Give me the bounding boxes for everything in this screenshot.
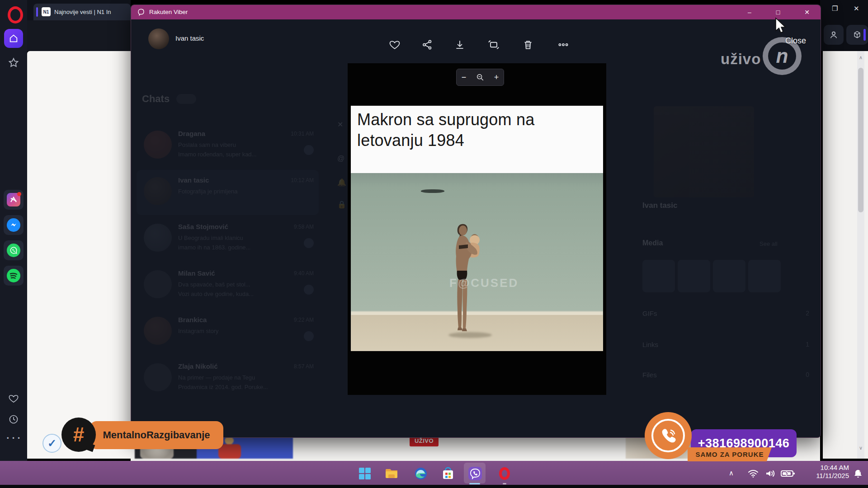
unread-badge xyxy=(304,238,314,248)
image-watermark: F@CUSED xyxy=(449,276,519,290)
tray-chevron-icon[interactable]: ∧ xyxy=(729,469,734,477)
speaker-icon[interactable] xyxy=(764,468,777,479)
at-icon: @ xyxy=(337,155,344,163)
contact-photo xyxy=(654,106,754,197)
sender-name: Ivan tasic xyxy=(175,34,204,42)
avatar xyxy=(144,177,172,205)
media-thumbnail[interactable] xyxy=(642,260,675,292)
windows-taskbar xyxy=(0,461,868,488)
tray-clock[interactable]: 10:44 AM 11/11/2025 xyxy=(800,464,849,480)
see-all-link[interactable]: See all xyxy=(760,240,778,247)
checkmark-logo: ✓ xyxy=(42,434,61,453)
spotify-icon[interactable] xyxy=(4,266,24,286)
hashtag-icon: # xyxy=(61,418,96,452)
opera-icon[interactable] xyxy=(495,465,514,483)
chat-list-item-selected[interactable]: Ivan tasic Fotografija je primljena 10:1… xyxy=(137,170,319,215)
files-row[interactable]: Files xyxy=(642,371,657,379)
media-app-icon[interactable] xyxy=(4,190,24,210)
notification-bell-icon[interactable]: z xyxy=(852,468,864,480)
image-caption-line1: Makron sa suprugom na xyxy=(357,109,534,130)
star-icon[interactable] xyxy=(6,56,21,70)
unread-badge xyxy=(304,145,314,155)
contact-name: Ivan tasic xyxy=(642,201,678,210)
unread-badge xyxy=(304,331,314,341)
messages-only-banner: SAMO ZA PORUKE xyxy=(688,447,772,461)
scrollbar-thumb[interactable] xyxy=(858,68,863,212)
links-row[interactable]: Links xyxy=(642,341,658,348)
chat-list-item[interactable]: Dragana Poslala sam na viberu Imamo rođe… xyxy=(137,123,319,169)
uzivo-watermark: uživo xyxy=(721,51,761,68)
viber-app-icon xyxy=(137,8,146,17)
more-icon[interactable] xyxy=(557,38,570,52)
browser-page-left xyxy=(27,51,131,459)
n1-favicon: N1 xyxy=(42,7,51,16)
profile-icon[interactable] xyxy=(824,25,844,45)
tab-n1-info[interactable]: N1 Najnovije vesti | N1 In xyxy=(33,4,131,20)
avatar xyxy=(144,131,172,159)
image-caption-line2: letovanju 1984 xyxy=(357,130,464,151)
mouse-cursor xyxy=(774,17,787,37)
messenger-icon[interactable] xyxy=(4,215,24,235)
beach-photo: F@CUSED xyxy=(351,173,603,351)
viber-icon[interactable] xyxy=(466,465,484,483)
edge-icon[interactable] xyxy=(412,465,430,483)
browser-tab-strip: N1 Najnovije vesti | N1 In xyxy=(27,0,131,20)
explorer-icon[interactable] xyxy=(382,465,401,483)
gifs-row[interactable]: GIFs xyxy=(642,310,657,317)
tray-date: 11/11/2025 xyxy=(800,472,849,480)
extensions-cube-icon[interactable] xyxy=(846,25,868,45)
zoom-in-button[interactable]: + xyxy=(494,73,499,82)
rotate-icon[interactable] xyxy=(487,38,500,52)
window-close-icon[interactable]: ✕ xyxy=(854,5,859,13)
screen: • • • N1 Najnovije vesti | N1 In ‹ › ↻ i… xyxy=(0,0,868,488)
store-icon[interactable] xyxy=(439,465,457,483)
viber-titlebar[interactable]: Rakuten Viber – □ ✕ xyxy=(131,5,821,19)
opera-logo-icon[interactable] xyxy=(8,6,23,23)
start-icon[interactable] xyxy=(356,465,374,483)
battery-icon[interactable] xyxy=(780,469,796,478)
heart-icon[interactable] xyxy=(7,392,20,405)
viber-active-indicator xyxy=(469,483,480,484)
sender-avatar[interactable] xyxy=(148,28,169,49)
ellipsis-icon[interactable]: • • • xyxy=(7,435,21,441)
opera-sidebar: • • • xyxy=(0,0,27,461)
media-thumbnail[interactable] xyxy=(748,260,781,292)
media-thumbnail[interactable] xyxy=(713,260,745,292)
close-button[interactable]: ✕ xyxy=(797,5,817,19)
like-heart-icon[interactable] xyxy=(388,38,401,52)
download-icon[interactable] xyxy=(453,38,467,52)
unread-badge xyxy=(304,285,314,295)
close-tooltip: Close xyxy=(785,36,806,46)
avatar xyxy=(144,224,172,252)
tray-time: 10:44 AM xyxy=(800,464,849,472)
chats-header: Chats xyxy=(142,93,170,105)
media-section-label: Media xyxy=(642,239,663,247)
chat-list-item[interactable]: Saša Stojmović U Beogradu imali klanicu … xyxy=(137,216,319,262)
trash-icon[interactable] xyxy=(521,38,535,52)
viewed-image[interactable]: Makron sa suprugom na letovanju 1984 xyxy=(351,106,603,351)
minimize-button[interactable]: – xyxy=(739,5,760,19)
svg-text:z: z xyxy=(859,469,861,473)
chat-list-item[interactable]: Zlaja Nikolić Na primer — prodaje na Teg… xyxy=(137,356,319,401)
chat-list-item[interactable]: Milan Savić Dva spavaće, baš pet stol...… xyxy=(137,263,319,308)
home-icon[interactable] xyxy=(4,29,23,48)
browser-page-right: ∧ ∨ xyxy=(823,51,868,459)
tab-title: Najnovije vesti | N1 In xyxy=(54,9,129,15)
viber-window-title: Rakuten Viber xyxy=(149,9,188,15)
scroll-up-icon[interactable]: ∧ xyxy=(859,55,863,61)
avatar xyxy=(144,317,172,345)
wifi-icon[interactable] xyxy=(747,468,760,479)
browser-toolbar: ‹ › ↻ info xyxy=(27,20,131,51)
chat-list-item[interactable]: Brankica Instagram story 9:22 AM xyxy=(137,310,319,355)
window-restore-icon[interactable]: ❐ xyxy=(832,5,838,13)
chats-badge xyxy=(176,94,196,104)
scroll-down-icon[interactable]: ∨ xyxy=(859,445,863,451)
share-icon[interactable] xyxy=(420,38,434,52)
panel-close-icon[interactable]: ✕ xyxy=(337,120,343,129)
zoom-glass-icon xyxy=(476,73,484,81)
whatsapp-icon[interactable] xyxy=(4,240,24,260)
media-thumbnail[interactable] xyxy=(678,260,710,292)
zoom-out-button[interactable]: − xyxy=(462,73,467,82)
avatar xyxy=(144,270,172,298)
clock-icon[interactable] xyxy=(7,413,20,426)
